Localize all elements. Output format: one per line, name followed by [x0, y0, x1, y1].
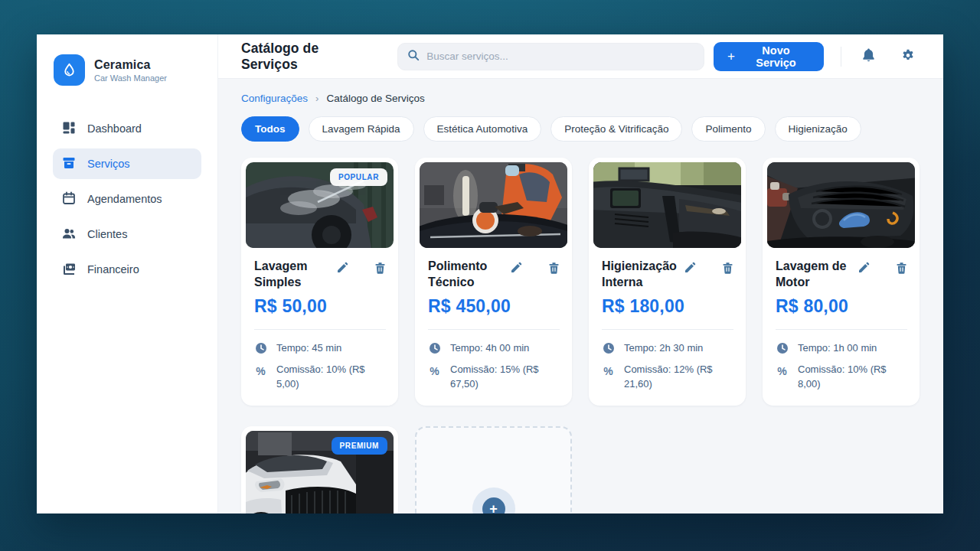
- breadcrumb: Configurações › Catálogo de Serviços: [241, 93, 920, 104]
- new-service-label: Novo Serviço: [742, 44, 810, 69]
- users-icon: [62, 227, 76, 243]
- service-name: Lavagem de Motor: [776, 259, 858, 291]
- pencil-icon: [684, 262, 696, 291]
- trash-icon: [548, 262, 560, 291]
- clock-icon: [776, 341, 789, 354]
- service-time-label: Tempo: 2h 30 min: [624, 341, 703, 356]
- edit-service-button[interactable]: [684, 262, 696, 291]
- service-commission: % Comissão: 15% (R$ 67,50): [428, 363, 560, 392]
- sidebar-item-dashboard[interactable]: Dashboard: [53, 113, 201, 144]
- sidebar-item-label: Serviços: [87, 158, 130, 170]
- divider: [776, 329, 907, 330]
- edit-service-button[interactable]: [858, 262, 870, 291]
- sidebar-item-agendamentos[interactable]: Agendamentos: [53, 184, 201, 214]
- service-card-lavagem-simples[interactable]: POPULAR Lavagem Simples R$ 50,00: [241, 158, 398, 406]
- service-card-premium[interactable]: PREMIUM: [241, 426, 398, 514]
- service-card-higienizacao-interna[interactable]: Higienização Interna R$ 180,00 Tempo: 2h…: [589, 158, 746, 406]
- machine-polishing-image: [420, 162, 567, 248]
- divider: [254, 329, 386, 330]
- plus-icon: +: [482, 497, 505, 514]
- new-service-button[interactable]: + Novo Serviço: [714, 42, 824, 71]
- trash-icon: [896, 262, 907, 291]
- water-drop-logo-icon: [54, 54, 85, 86]
- pencil-icon: [858, 262, 870, 291]
- sidebar: Ceramica Car Wash Manager Dashboard Serv…: [37, 34, 218, 514]
- sidebar-item-label: Financeiro: [87, 263, 139, 276]
- popular-badge: POPULAR: [330, 168, 387, 186]
- service-image-wrap: PREMIUM: [241, 426, 398, 514]
- chip-polimento[interactable]: Polimento: [691, 116, 765, 142]
- delete-service-button[interactable]: [722, 262, 733, 291]
- settings-button[interactable]: [896, 43, 920, 70]
- chip-higienizacao[interactable]: Higienização: [775, 116, 861, 142]
- trash-icon: [722, 262, 733, 291]
- percent-icon: %: [428, 363, 441, 379]
- chip-lavagem-rapida[interactable]: Lavagem Rápida: [309, 116, 414, 142]
- service-price: R$ 180,00: [602, 296, 733, 317]
- sidebar-item-label: Clientes: [87, 228, 127, 240]
- dashboard-icon: [62, 121, 76, 137]
- percent-icon: %: [602, 363, 615, 379]
- service-time: Tempo: 2h 30 min: [602, 341, 733, 356]
- pencil-icon: [336, 262, 348, 291]
- service-card-polimento-tecnico[interactable]: Polimento Técnico R$ 450,00 Tempo: 4h 00…: [415, 158, 572, 406]
- divider: [428, 329, 560, 330]
- delete-service-button[interactable]: [374, 262, 386, 291]
- sidebar-item-servicos[interactable]: Serviços: [53, 148, 201, 179]
- service-card-body: Polimento Técnico R$ 450,00 Tempo: 4h 00…: [415, 253, 572, 406]
- service-commission-label: Comissão: 15% (R$ 67,50): [450, 363, 560, 392]
- chip-estetica-automotiva[interactable]: Estética Automotiva: [423, 116, 542, 142]
- search-input[interactable]: [426, 51, 694, 62]
- add-service-card[interactable]: +: [415, 426, 572, 514]
- topbar: Catálogo de Serviços + Novo Serviço: [218, 34, 943, 79]
- service-time-label: Tempo: 45 min: [276, 341, 341, 356]
- delete-service-button[interactable]: [548, 262, 560, 291]
- sidebar-item-clientes[interactable]: Clientes: [53, 219, 201, 249]
- service-time: Tempo: 45 min: [254, 341, 386, 356]
- service-card-body: Lavagem de Motor R$ 80,00 Tempo: 1h 00 m…: [763, 253, 920, 406]
- service-commission: % Comissão: 10% (R$ 5,00): [254, 363, 386, 392]
- search-box[interactable]: [397, 43, 704, 70]
- engine-bay-image: [767, 162, 915, 248]
- service-image-wrap: [589, 158, 746, 253]
- search-icon: [407, 49, 420, 64]
- trash-icon: [374, 262, 386, 291]
- delete-service-button[interactable]: [896, 262, 907, 291]
- service-commission-label: Comissão: 12% (R$ 21,60): [624, 363, 733, 392]
- breadcrumb-current: Catálogo de Serviços: [326, 93, 424, 104]
- service-image-wrap: [763, 158, 920, 253]
- notifications-button[interactable]: [857, 43, 880, 70]
- pencil-icon: [510, 262, 522, 291]
- service-time-label: Tempo: 1h 00 min: [798, 341, 877, 356]
- service-name: Polimento Técnico: [428, 259, 510, 291]
- edit-service-button[interactable]: [510, 262, 522, 291]
- content: Configurações › Catálogo de Serviços Tod…: [218, 79, 943, 514]
- calendar-icon: [62, 191, 76, 207]
- service-card-lavagem-de-motor[interactable]: Lavagem de Motor R$ 80,00 Tempo: 1h 00 m…: [763, 158, 920, 406]
- service-commission: % Comissão: 10% (R$ 8,00): [776, 363, 907, 392]
- service-commission: % Comissão: 12% (R$ 21,60): [602, 363, 733, 392]
- service-time-label: Tempo: 4h 00 min: [450, 341, 529, 356]
- brand: Ceramica Car Wash Manager: [37, 34, 217, 109]
- service-time: Tempo: 4h 00 min: [428, 341, 560, 356]
- service-price: R$ 50,00: [254, 296, 386, 317]
- clock-icon: [254, 341, 267, 354]
- edit-service-button[interactable]: [336, 262, 348, 291]
- service-name: Higienização Interna: [602, 259, 684, 291]
- add-circle: +: [472, 487, 515, 514]
- breadcrumb-configuracoes[interactable]: Configurações: [241, 93, 308, 104]
- divider: [602, 329, 733, 330]
- sidebar-item-financeiro[interactable]: Financeiro: [53, 254, 201, 285]
- plus-icon: +: [727, 50, 735, 63]
- service-commission-label: Comissão: 10% (R$ 5,00): [276, 363, 386, 392]
- app-name: Ceramica: [94, 58, 167, 72]
- filter-chips: Todos Lavagem Rápida Estética Automotiva…: [241, 116, 920, 142]
- service-price: R$ 450,00: [428, 296, 560, 317]
- sidebar-item-label: Agendamentos: [87, 193, 162, 205]
- service-price: R$ 80,00: [776, 296, 907, 317]
- percent-icon: %: [776, 363, 789, 379]
- service-image-wrap: POPULAR: [241, 158, 398, 253]
- service-commission-label: Comissão: 10% (R$ 8,00): [798, 363, 907, 392]
- chip-todos[interactable]: Todos: [241, 116, 299, 142]
- chip-protecao-vitrificacao[interactable]: Proteção & Vitrificação: [550, 116, 682, 142]
